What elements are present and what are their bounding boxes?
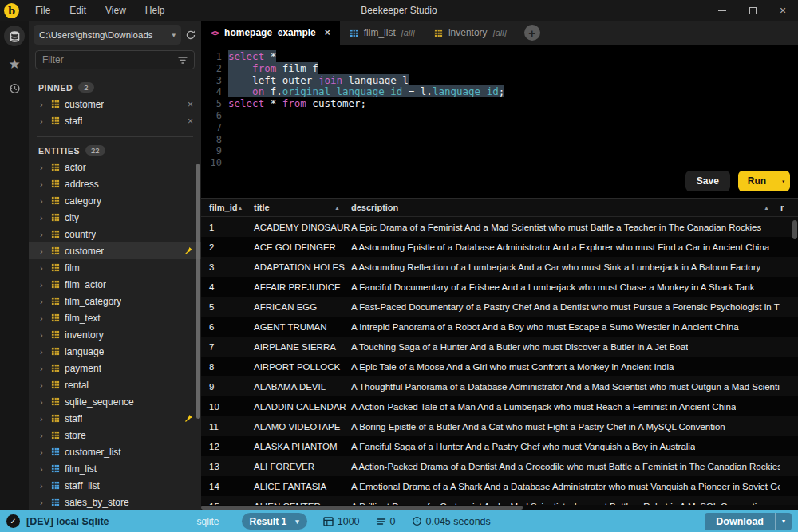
- tab-inventory[interactable]: inventory[all]: [425, 21, 516, 45]
- column-header-description[interactable]: description▲: [351, 203, 780, 212]
- chevron-right-icon[interactable]: ›: [40, 163, 46, 172]
- pin-icon[interactable]: [184, 246, 193, 255]
- table-row[interactable]: 8AIRPORT POLLOCKA Epic Tale of a Moose A…: [201, 357, 798, 376]
- entity-item-film_list[interactable]: ›film_list: [29, 460, 201, 477]
- table-row[interactable]: 5AFRICAN EGGA Fast-Paced Documentary of …: [201, 297, 798, 317]
- table-row[interactable]: 13ALI FOREVERA Action-Packed Drama of a …: [201, 456, 798, 476]
- chevron-right-icon[interactable]: ›: [40, 414, 46, 424]
- table-row[interactable]: 1ACADEMY DINOSAURA Epic Drama of a Femin…: [201, 217, 798, 237]
- chevron-right-icon[interactable]: ›: [40, 431, 46, 440]
- filter-input[interactable]: [42, 54, 178, 65]
- table-row[interactable]: 3ADAPTATION HOLESA Astounding Reflection…: [201, 257, 798, 277]
- sort-asc-icon[interactable]: ▲: [764, 205, 769, 211]
- table-row[interactable]: 14ALICE FANTASIAA Emotional Drama of a A…: [201, 476, 798, 496]
- result-selector[interactable]: Result 1 ▾: [242, 513, 307, 530]
- table-row[interactable]: 10ALADDIN CALENDARA Action-Packed Tale o…: [201, 396, 798, 416]
- favorites-icon[interactable]: ★: [8, 57, 20, 71]
- table-row[interactable]: 7AIRPLANE SIERRAA Touching Saga of a Hun…: [201, 337, 798, 357]
- chevron-right-icon[interactable]: ›: [40, 280, 46, 290]
- chevron-right-icon[interactable]: ›: [40, 498, 46, 507]
- entity-item-rental[interactable]: ›rental: [29, 376, 201, 393]
- chevron-right-icon[interactable]: ›: [40, 447, 46, 457]
- maximize-icon[interactable]: [737, 0, 768, 21]
- chevron-right-icon[interactable]: ›: [40, 380, 46, 390]
- sort-asc-icon[interactable]: ▲: [237, 205, 243, 211]
- sidebar-scrollbar[interactable]: [196, 164, 200, 419]
- column-header-partial[interactable]: r: [780, 203, 798, 212]
- chevron-right-icon[interactable]: ›: [40, 100, 46, 109]
- chevron-right-icon[interactable]: ›: [40, 179, 46, 189]
- table-row[interactable]: 2ACE GOLDFINGERA Astounding Epistle of a…: [201, 237, 798, 257]
- chevron-right-icon[interactable]: ›: [40, 297, 46, 306]
- new-tab-button[interactable]: +: [524, 25, 540, 41]
- entity-item-sqlite_sequence[interactable]: ›sqlite_sequence: [29, 393, 201, 410]
- column-header-film_id[interactable]: film_id▲: [201, 203, 254, 212]
- entity-item-store[interactable]: ›store: [29, 427, 201, 443]
- entity-item-staff_list[interactable]: ›staff_list: [29, 477, 201, 494]
- chevron-right-icon[interactable]: ›: [40, 246, 46, 256]
- pinned-item-staff[interactable]: ›staff×: [29, 112, 201, 129]
- results-vertical-scrollbar[interactable]: [792, 220, 797, 239]
- entity-item-actor[interactable]: ›actor: [29, 159, 201, 175]
- chevron-right-icon[interactable]: ›: [40, 481, 46, 491]
- chevron-right-icon[interactable]: ›: [40, 364, 46, 373]
- menu-file[interactable]: File: [27, 2, 58, 18]
- tab-film_list[interactable]: film_list[all]: [340, 21, 425, 45]
- download-button[interactable]: Download: [705, 513, 775, 530]
- database-panel-icon[interactable]: [4, 26, 25, 46]
- chevron-right-icon[interactable]: ›: [40, 230, 46, 239]
- chevron-right-icon[interactable]: ›: [40, 313, 46, 323]
- horizontal-scroll-thumb[interactable]: [201, 506, 523, 510]
- chevron-right-icon[interactable]: ›: [40, 213, 46, 223]
- entity-item-staff[interactable]: ›staff: [29, 410, 201, 427]
- close-tab-icon[interactable]: ×: [325, 27, 330, 38]
- table-row[interactable]: 4AFFAIR PREJUDICEA Fanciful Documentary …: [201, 277, 798, 297]
- history-icon[interactable]: [8, 82, 21, 97]
- entity-item-customer_list[interactable]: ›customer_list: [29, 443, 201, 460]
- menu-edit[interactable]: Edit: [61, 2, 94, 18]
- entity-item-inventory[interactable]: ›inventory: [29, 326, 201, 343]
- menu-view[interactable]: View: [97, 2, 134, 18]
- chevron-right-icon[interactable]: ›: [40, 347, 46, 357]
- entity-item-language[interactable]: ›language: [29, 343, 201, 360]
- chevron-right-icon[interactable]: ›: [40, 116, 46, 126]
- chevron-right-icon[interactable]: ›: [40, 330, 46, 340]
- entity-item-sales_by_store[interactable]: ›sales_by_store: [29, 494, 201, 510]
- results-horizontal-scrollbar[interactable]: [201, 505, 798, 510]
- unpin-close-icon[interactable]: ×: [188, 116, 193, 127]
- entity-item-film_category[interactable]: ›film_category: [29, 293, 201, 309]
- sql-editor[interactable]: 12345678910 select * from film f left ou…: [201, 45, 798, 198]
- unpin-close-icon[interactable]: ×: [188, 99, 193, 110]
- entity-item-customer[interactable]: ›customer: [29, 242, 201, 259]
- save-button[interactable]: Save: [685, 171, 730, 191]
- entity-item-category[interactable]: ›category: [29, 192, 201, 209]
- refresh-icon[interactable]: [185, 30, 196, 41]
- pinned-item-customer[interactable]: ›customer×: [29, 96, 201, 112]
- chevron-right-icon[interactable]: ›: [40, 397, 46, 407]
- pin-icon[interactable]: [184, 414, 193, 423]
- entity-item-country[interactable]: ›country: [29, 226, 201, 242]
- chevron-right-icon[interactable]: ›: [40, 196, 46, 206]
- download-options-caret[interactable]: ▾: [775, 513, 792, 530]
- entity-item-address[interactable]: ›address: [29, 175, 201, 192]
- minimize-icon[interactable]: [707, 0, 737, 21]
- chevron-right-icon[interactable]: ›: [40, 464, 46, 474]
- close-icon[interactable]: ×: [768, 0, 798, 21]
- run-button[interactable]: Run: [738, 171, 776, 191]
- run-options-caret[interactable]: ▾: [776, 171, 790, 191]
- entity-item-film_actor[interactable]: ›film_actor: [29, 276, 201, 293]
- menu-help[interactable]: Help: [137, 2, 173, 18]
- sort-asc-icon[interactable]: ▲: [334, 205, 340, 211]
- entity-item-payment[interactable]: ›payment: [29, 360, 201, 376]
- column-header-title[interactable]: title▲: [254, 203, 351, 212]
- filter-icon[interactable]: [178, 56, 188, 65]
- table-row[interactable]: 6AGENT TRUMANA Intrepid Panorama of a Ro…: [201, 317, 798, 337]
- table-row[interactable]: 11ALAMO VIDEOTAPEA Boring Epistle of a B…: [201, 416, 798, 436]
- entity-item-film[interactable]: ›film: [29, 259, 201, 276]
- table-row[interactable]: 9ALABAMA DEVILA Thoughtful Panorama of a…: [201, 376, 798, 396]
- connection-dropdown[interactable]: C:\Users\ghstng\Downloads ▾: [34, 25, 181, 45]
- entity-item-film_text[interactable]: ›film_text: [29, 309, 201, 326]
- chevron-right-icon[interactable]: ›: [40, 263, 46, 273]
- tab-homepage_example[interactable]: <>homepage_example×: [201, 21, 340, 45]
- entity-item-city[interactable]: ›city: [29, 209, 201, 226]
